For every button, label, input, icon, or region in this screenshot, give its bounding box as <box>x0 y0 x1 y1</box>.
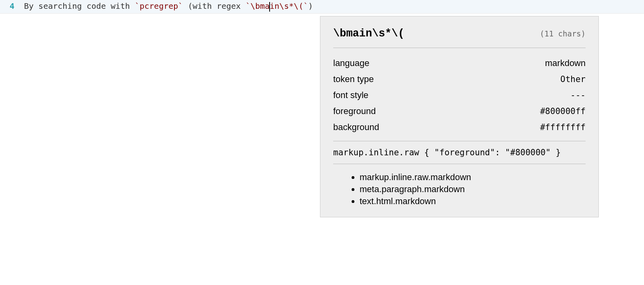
property-value: --- <box>570 90 586 100</box>
scope-item: markup.inline.raw.markdown <box>360 171 586 183</box>
property-label: language <box>333 58 370 68</box>
inline-code-after-cursor: in\s*\( <box>270 1 303 11</box>
property-row: font style--- <box>333 87 586 103</box>
scope-item: text.html.markdown <box>360 195 586 207</box>
backtick-close: ` <box>303 1 308 11</box>
property-row: foreground#800000ff <box>333 103 586 119</box>
line-number: 4 <box>0 1 24 11</box>
backtick-open: ` <box>246 1 250 11</box>
property-label: font style <box>333 90 368 100</box>
property-row: languagemarkdown <box>333 55 586 71</box>
tooltip-theme-rule: markup.inline.raw { "foreground": "#8000… <box>333 141 586 164</box>
backtick-close: ` <box>178 1 183 11</box>
backtick-open: ` <box>135 1 140 11</box>
text-cursor <box>269 2 270 12</box>
property-label: token type <box>333 74 374 84</box>
line-content[interactable]: By searching code with `pcregrep` (with … <box>24 1 313 11</box>
tooltip-char-count: (11 chars) <box>540 29 586 38</box>
property-value: Other <box>560 74 586 84</box>
tooltip-header: \bmain\s*\( (11 chars) <box>333 28 586 48</box>
text-segment: By searching code with <box>24 1 135 11</box>
token-inspector-tooltip: \bmain\s*\( (11 chars) languagemarkdownt… <box>320 16 599 217</box>
tooltip-properties: languagemarkdowntoken typeOtherfont styl… <box>333 48 586 141</box>
editor-line[interactable]: 4 By searching code with `pcregrep` (wit… <box>0 0 644 14</box>
property-value: markdown <box>545 58 586 68</box>
scope-item: meta.paragraph.markdown <box>360 183 586 195</box>
text-segment: ) <box>308 1 313 11</box>
inline-code: pcregrep <box>140 1 178 11</box>
tooltip-scope-list: markup.inline.raw.markdownmeta.paragraph… <box>333 164 586 207</box>
property-value: #ffffffff <box>540 122 586 132</box>
property-row: background#ffffffff <box>333 119 586 135</box>
property-label: background <box>333 122 379 132</box>
tooltip-token-text: \bmain\s*\( <box>333 28 404 40</box>
inline-code-before-cursor: \bma <box>250 1 270 11</box>
property-value: #800000ff <box>540 106 586 116</box>
property-row: token typeOther <box>333 71 586 87</box>
text-segment: (with regex <box>183 1 246 11</box>
property-label: foreground <box>333 106 376 116</box>
